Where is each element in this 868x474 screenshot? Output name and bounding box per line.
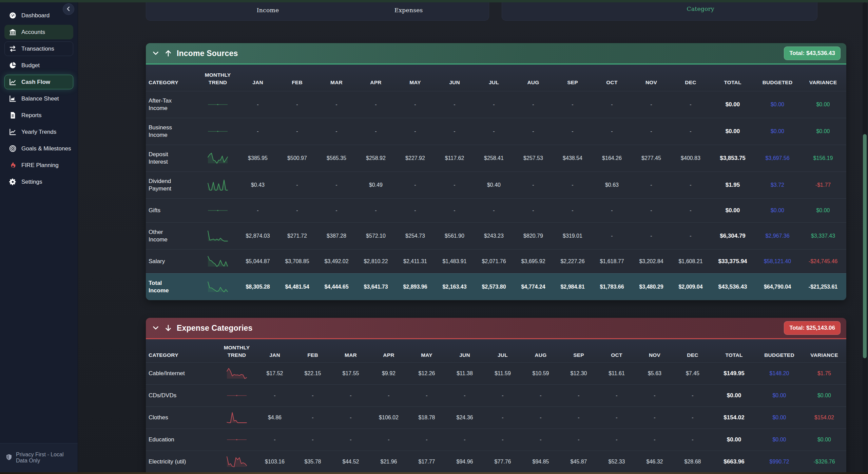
month-value: - <box>553 101 592 108</box>
month-value: $4,774.24 <box>514 283 553 291</box>
month-value: - <box>435 128 474 135</box>
month-value: - <box>474 207 514 214</box>
column-header-mar: MAR <box>332 351 370 359</box>
income-sources-header[interactable]: Income Sources Total: $43,536.43 <box>146 43 846 65</box>
month-value: $35.78 <box>294 458 332 466</box>
month-value: - <box>553 128 592 135</box>
month-value: $5,044.87 <box>238 258 277 265</box>
month-value: $1,618.77 <box>592 258 632 265</box>
sidebar-item-budget[interactable]: Budget <box>4 58 73 73</box>
flame-icon <box>8 161 17 169</box>
total-value: $154.02 <box>712 414 756 421</box>
month-value: $565.35 <box>317 154 356 162</box>
sidebar-item-goals-milestones[interactable]: Goals & Milestones <box>4 141 73 156</box>
month-value: - <box>256 436 294 443</box>
month-value: - <box>238 207 277 214</box>
sidebar-item-transactions[interactable]: Transactions <box>4 41 73 56</box>
month-value: $4,481.54 <box>277 283 317 291</box>
total-value: $0.00 <box>710 101 755 108</box>
month-value: $8,305.28 <box>238 283 277 291</box>
sidebar-item-reports[interactable]: Reports <box>4 108 73 123</box>
column-header-total: TOTAL <box>712 351 756 359</box>
month-value: - <box>522 414 560 421</box>
sidebar-item-accounts[interactable]: Accounts <box>4 25 73 39</box>
pie-chart-icon <box>8 61 17 70</box>
column-header-jun: JUN <box>435 79 474 86</box>
budgeted-value: $58,121.40 <box>755 258 800 265</box>
arrow-down-icon <box>164 324 172 332</box>
sidebar-collapse-button[interactable] <box>63 3 74 15</box>
column-header-dec: DEC <box>674 351 712 359</box>
sidebar-item-fire-planning[interactable]: FIRE Planning <box>4 158 73 172</box>
month-value: - <box>238 101 277 108</box>
month-value: $1,783.66 <box>592 283 632 291</box>
month-value: $271.72 <box>277 232 317 240</box>
expense-categories-header[interactable]: Expense Categories Total: $25,143.06 <box>146 318 846 339</box>
month-value: $2,893.96 <box>396 283 435 291</box>
column-header-dec: DEC <box>671 79 710 86</box>
month-value: - <box>277 128 317 135</box>
month-value: $164.26 <box>592 154 632 162</box>
table-row: After-Tax Income------------$0.00$0.00$0… <box>146 91 846 118</box>
sidebar-item-label: FIRE Planning <box>21 162 59 169</box>
month-value: - <box>396 207 435 214</box>
month-value: $12.26 <box>408 370 446 377</box>
category-label: Dividend Payment <box>146 178 197 193</box>
category-label: Cable/Internet <box>146 370 218 377</box>
month-value: $387.28 <box>317 232 356 240</box>
chevron-down-icon[interactable] <box>152 324 160 332</box>
sidebar-item-label: Accounts <box>21 29 45 36</box>
month-value: $572.10 <box>356 232 396 240</box>
month-value: $2,009.04 <box>671 283 710 291</box>
category-label: Total Income <box>146 279 197 294</box>
month-value: - <box>356 101 396 108</box>
month-value: - <box>356 128 396 135</box>
column-header-jul: JUL <box>484 351 522 359</box>
month-value: $3,202.84 <box>632 258 671 265</box>
month-value: - <box>484 392 522 399</box>
month-value: - <box>671 181 710 189</box>
month-value: $258.92 <box>356 154 396 162</box>
month-value: - <box>553 207 592 214</box>
monthly-trend-sparkline <box>197 179 238 191</box>
table-row: Dividend Payment$0.43--$0.49--$0.40--$0.… <box>146 171 846 198</box>
month-value: - <box>636 414 674 421</box>
sidebar-item-yearly-trends[interactable]: Yearly Trends <box>4 125 73 139</box>
month-value: $4,444.65 <box>317 283 356 291</box>
main-scrollbar-thumb[interactable] <box>863 134 867 358</box>
monthly-trend-sparkline <box>218 367 256 380</box>
month-value: $17.52 <box>256 370 294 377</box>
table-row: Gifts------------$0.00$0.00$0.00 <box>146 198 846 222</box>
top-accent-strip <box>0 0 868 2</box>
sidebar-item-balance-sheet[interactable]: Balance Sheet <box>4 91 73 106</box>
month-value: $17.55 <box>332 370 370 377</box>
table-row: Education------------$0.00$0.00$0.00 <box>146 429 846 451</box>
sidebar-item-settings[interactable]: Settings <box>4 175 73 189</box>
table-header-row: CATEGORYMONTHLY TRENDJANFEBMARAPRMAYJUNJ… <box>146 339 846 362</box>
month-value: - <box>671 232 710 240</box>
transfer-icon <box>8 45 17 53</box>
month-value: $117.62 <box>435 154 474 162</box>
total-value: $663.96 <box>712 458 756 466</box>
month-value: - <box>514 101 553 108</box>
month-value: $820.79 <box>514 232 553 240</box>
column-header-aug: AUG <box>522 351 560 359</box>
main-scrollbar-track[interactable] <box>863 2 867 472</box>
total-value: $149.95 <box>712 370 756 377</box>
column-header-budgeted: BUDGETED <box>756 351 802 359</box>
month-value: - <box>598 392 636 399</box>
expense-categories-title: Expense Categories <box>177 324 252 333</box>
chart-legend-income: Income <box>257 7 279 14</box>
month-value: $94.96 <box>446 458 484 466</box>
privacy-note: Privacy First - Local Data Only <box>0 443 78 474</box>
month-value: $11.59 <box>484 370 522 377</box>
month-value: $500.97 <box>277 154 317 162</box>
variance-value: -$1.77 <box>800 181 846 189</box>
chevron-down-icon[interactable] <box>152 49 160 57</box>
month-value: $52.33 <box>598 458 636 466</box>
sidebar-item-cash-flow[interactable]: Cash Flow <box>4 75 73 89</box>
month-value: - <box>317 128 356 135</box>
table-row: Salary$5,044.87$3,708.85$3,492.02$2,810.… <box>146 249 846 273</box>
column-header-jan: JAN <box>256 351 294 359</box>
sidebar: DashboardAccountsTransactionsBudgetCash … <box>0 0 78 474</box>
